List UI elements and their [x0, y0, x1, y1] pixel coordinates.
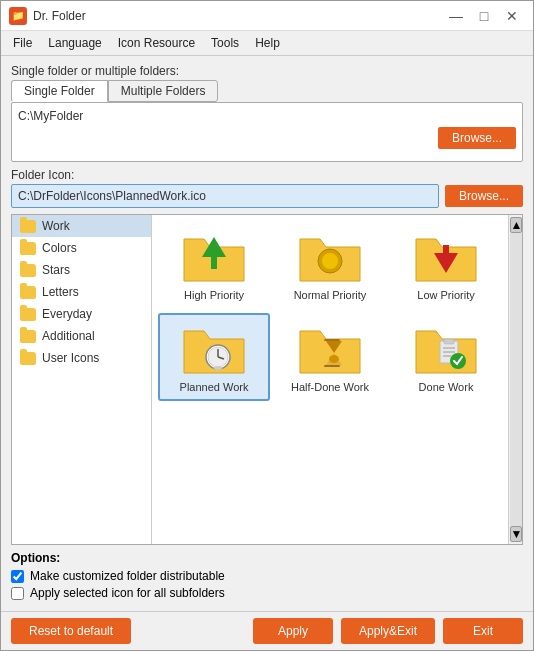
maximize-button[interactable]: □	[471, 5, 497, 27]
folder-mini-icon	[20, 264, 36, 277]
normal-priority-icon	[298, 229, 362, 285]
sidebar-label-letters: Letters	[42, 285, 79, 299]
sidebar-item-everyday[interactable]: Everyday	[12, 303, 151, 325]
scroll-down-button[interactable]: ▼	[510, 526, 522, 542]
apply-exit-button[interactable]: Apply&Exit	[341, 618, 435, 644]
icon-cell-half-done-work[interactable]: Half-Done Work	[274, 313, 386, 401]
checkbox-distributable[interactable]	[11, 570, 24, 583]
scroll-track	[510, 233, 522, 526]
checkbox-distributable-label: Make customized folder distributable	[30, 569, 225, 583]
folder-mini-icon	[20, 352, 36, 365]
half-done-work-icon	[298, 321, 362, 377]
checkbox-subfolders[interactable]	[11, 587, 24, 600]
sidebar-item-stars[interactable]: Stars	[12, 259, 151, 281]
main-window: 📁 Dr. Folder — □ ✕ File Language Icon Re…	[0, 0, 534, 651]
folder-path-area: C:\MyFolder Browse...	[11, 102, 523, 162]
window-controls: — □ ✕	[443, 5, 525, 27]
svg-rect-16	[324, 339, 340, 341]
sidebar-label-colors: Colors	[42, 241, 77, 255]
icon-cell-done-work[interactable]: Done Work	[390, 313, 502, 401]
done-work-icon	[414, 321, 478, 377]
bottom-bar: Reset to default Apply Apply&Exit Exit	[1, 611, 533, 650]
svg-rect-2	[211, 255, 217, 269]
icon-grid: High Priority Normal Priority	[152, 215, 508, 544]
menu-file[interactable]: File	[5, 33, 40, 53]
scrollbar[interactable]: ▲ ▼	[508, 215, 522, 544]
icon-cell-planned-work[interactable]: Planned Work	[158, 313, 270, 401]
svg-rect-17	[324, 365, 340, 367]
high-priority-icon	[182, 229, 246, 285]
icon-label-low-priority: Low Priority	[417, 289, 474, 301]
sidebar-item-additional[interactable]: Additional	[12, 325, 151, 347]
tab-multiple-folders[interactable]: Multiple Folders	[108, 80, 219, 102]
icon-label-normal-priority: Normal Priority	[294, 289, 367, 301]
apply-button[interactable]: Apply	[253, 618, 333, 644]
icon-cell-low-priority[interactable]: Low Priority	[390, 221, 502, 309]
folder-icon-input[interactable]	[11, 184, 439, 208]
close-button[interactable]: ✕	[499, 5, 525, 27]
app-icon: 📁	[9, 7, 27, 25]
folder-mini-icon	[20, 308, 36, 321]
tab-single-folder[interactable]: Single Folder	[11, 80, 108, 102]
bottom-right-buttons: Apply Apply&Exit Exit	[253, 618, 523, 644]
checkbox-subfolders-row: Apply selected icon for all subfolders	[11, 586, 523, 600]
folder-mini-icon	[20, 286, 36, 299]
minimize-button[interactable]: —	[443, 5, 469, 27]
folder-icon-label: Folder Icon:	[11, 168, 523, 182]
scroll-up-button[interactable]: ▲	[510, 217, 522, 233]
icon-label-planned-work: Planned Work	[180, 381, 249, 393]
icon-label-half-done-work: Half-Done Work	[291, 381, 369, 393]
svg-point-5	[322, 253, 338, 269]
reset-button[interactable]: Reset to default	[11, 618, 131, 644]
sidebar-label-stars: Stars	[42, 263, 70, 277]
folder-section: Single folder or multiple folders: Singl…	[11, 64, 523, 162]
folder-mini-icon	[20, 220, 36, 233]
folder-section-label: Single folder or multiple folders:	[11, 64, 523, 78]
sidebar-item-work[interactable]: Work	[12, 215, 151, 237]
menu-icon-resource[interactable]: Icon Resource	[110, 33, 203, 53]
icon-cell-high-priority[interactable]: High Priority	[158, 221, 270, 309]
menu-bar: File Language Icon Resource Tools Help	[1, 31, 533, 56]
folder-tabs: Single Folder Multiple Folders	[11, 80, 523, 102]
menu-tools[interactable]: Tools	[203, 33, 247, 53]
sidebar-label-work: Work	[42, 219, 70, 233]
browse-row: Browse...	[18, 127, 516, 149]
sidebar-label-additional: Additional	[42, 329, 95, 343]
low-priority-icon	[414, 229, 478, 285]
sidebar-item-colors[interactable]: Colors	[12, 237, 151, 259]
planned-work-icon	[182, 321, 246, 377]
icon-browse-button[interactable]: Browse...	[445, 185, 523, 207]
sidebar-label-user-icons: User Icons	[42, 351, 99, 365]
icon-browser: Work Colors Stars Letters Everyday	[11, 214, 523, 545]
icon-label-done-work: Done Work	[419, 381, 474, 393]
svg-rect-23	[444, 339, 454, 344]
folder-browse-button[interactable]: Browse...	[438, 127, 516, 149]
title-bar: 📁 Dr. Folder — □ ✕	[1, 1, 533, 31]
options-section: Options: Make customized folder distribu…	[11, 551, 523, 603]
folder-icon-section: Folder Icon: Browse...	[11, 168, 523, 208]
checkbox-distributable-row: Make customized folder distributable	[11, 569, 523, 583]
icon-label-high-priority: High Priority	[184, 289, 244, 301]
main-content: Single folder or multiple folders: Singl…	[1, 56, 533, 611]
svg-point-14	[214, 366, 222, 370]
menu-help[interactable]: Help	[247, 33, 288, 53]
icon-cell-normal-priority[interactable]: Normal Priority	[274, 221, 386, 309]
sidebar-label-everyday: Everyday	[42, 307, 92, 321]
folder-mini-icon	[20, 242, 36, 255]
icon-sidebar: Work Colors Stars Letters Everyday	[12, 215, 152, 544]
options-title: Options:	[11, 551, 523, 565]
folder-icon-row: Browse...	[11, 184, 523, 208]
svg-rect-8	[443, 245, 449, 259]
svg-point-20	[329, 355, 339, 363]
sidebar-item-user-icons[interactable]: User Icons	[12, 347, 151, 369]
menu-language[interactable]: Language	[40, 33, 109, 53]
window-title: Dr. Folder	[33, 9, 443, 23]
folder-path-text: C:\MyFolder	[18, 109, 516, 123]
checkbox-subfolders-label: Apply selected icon for all subfolders	[30, 586, 225, 600]
sidebar-item-letters[interactable]: Letters	[12, 281, 151, 303]
folder-mini-icon	[20, 330, 36, 343]
exit-button[interactable]: Exit	[443, 618, 523, 644]
